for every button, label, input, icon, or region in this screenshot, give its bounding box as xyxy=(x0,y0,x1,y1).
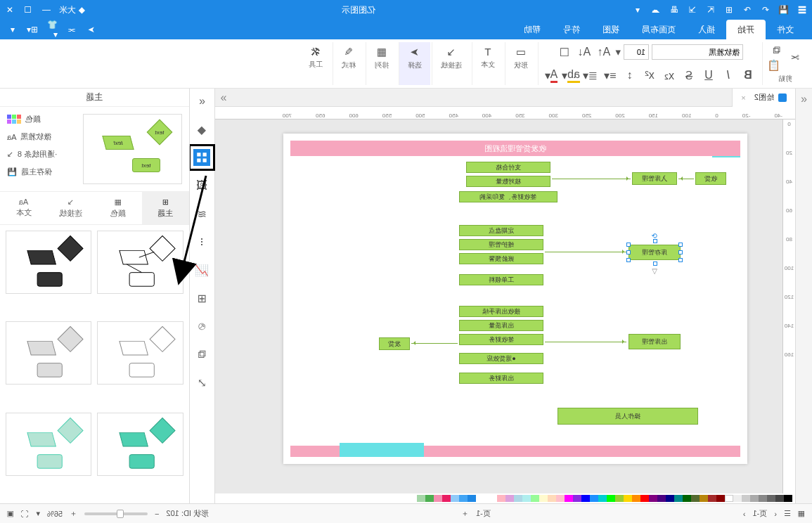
strike-icon[interactable]: S̶ xyxy=(681,67,697,84)
zoom-in-icon[interactable]: ＋ xyxy=(70,508,77,519)
menu-layout[interactable]: 页面布局 xyxy=(631,20,687,40)
spacing-icon[interactable]: ↕ xyxy=(621,67,638,84)
theme-tab-theme[interactable]: ⊞主题 xyxy=(142,192,189,224)
export2-icon[interactable]: ⇲ xyxy=(687,4,698,15)
node-check[interactable]: 核对数量 xyxy=(466,176,550,187)
page-tab[interactable]: 页-1 xyxy=(753,508,768,519)
theme-panel-icon[interactable] xyxy=(194,149,211,166)
theme-card[interactable] xyxy=(6,321,92,385)
maximize-icon[interactable]: ☐ xyxy=(22,4,34,15)
menu-symbol[interactable]: 符号 xyxy=(552,20,591,40)
line-button[interactable]: ↘连接线 xyxy=(437,44,466,72)
menu-file[interactable]: 文件 xyxy=(766,20,805,40)
collapse-icon[interactable]: « xyxy=(194,93,211,110)
menu-start[interactable]: 开始 xyxy=(726,20,766,40)
left-collapse-handle[interactable]: « xyxy=(795,89,812,503)
node-receive[interactable]: 收货 xyxy=(695,172,726,185)
chevron-down-icon[interactable]: ▾ xyxy=(632,4,643,15)
export-icon[interactable]: ⇱ xyxy=(705,4,716,15)
page-add-icon[interactable]: ＋ xyxy=(461,508,469,519)
theme-save-row[interactable]: 保存主题 💾 xyxy=(7,167,77,177)
shape-button[interactable]: ▭形状 xyxy=(510,44,532,72)
calc-icon[interactable]: ⊞ xyxy=(194,290,211,306)
view-grid-icon[interactable]: ▦ xyxy=(798,509,805,518)
font-size-select[interactable] xyxy=(624,44,649,60)
theme-tab-color[interactable]: ▦颜色 xyxy=(95,192,142,224)
node-pay[interactable]: 支付合格 xyxy=(466,162,550,173)
list-icon[interactable]: ≡▾ xyxy=(602,67,619,84)
theme-color-row[interactable]: 颜色 xyxy=(7,114,77,124)
tool-button[interactable]: 🛠工具 xyxy=(304,44,327,72)
align-icon[interactable]: ≣▾ xyxy=(582,67,599,84)
node-count[interactable]: 定期盘点 xyxy=(459,225,543,236)
sup-icon[interactable]: x² xyxy=(641,67,658,84)
expand-icon[interactable]: ⤢ xyxy=(194,374,211,391)
undo-icon[interactable]: ↶ xyxy=(760,4,771,15)
theme-tab-conn[interactable]: ↘连接线 xyxy=(47,192,94,224)
rotate-handle-icon[interactable]: ⟳ xyxy=(652,232,657,240)
chart-icon[interactable]: 📈 xyxy=(194,262,211,278)
underline-icon[interactable]: U xyxy=(700,67,717,84)
grid-small-icon[interactable]: ⊞▾ xyxy=(27,24,38,35)
fit-icon[interactable]: ⛶ xyxy=(21,510,29,518)
theme-card[interactable] xyxy=(98,413,184,476)
connect-icon[interactable]: ⫘ xyxy=(66,24,77,35)
layers-icon[interactable]: ≋ xyxy=(194,205,211,222)
user-badge[interactable]: ◆大米 xyxy=(59,4,85,16)
node-selected[interactable]: 库存管理 xyxy=(629,245,681,260)
node-operator[interactable]: 操作人员 xyxy=(558,408,698,425)
cloud-icon[interactable]: ☁ xyxy=(650,4,662,15)
layout-icon[interactable]: ⧉ xyxy=(194,346,211,363)
save-icon[interactable]: 💾 xyxy=(778,4,790,15)
arrange-button[interactable]: ▦排列 xyxy=(370,44,393,72)
cut-button[interactable]: ✂ xyxy=(786,49,804,66)
font-box-icon[interactable]: ☐ xyxy=(556,44,573,60)
select-button[interactable]: ➤选择 xyxy=(404,44,426,72)
theme-card[interactable] xyxy=(6,413,92,476)
shirt-icon[interactable]: 👕▾ xyxy=(46,24,58,35)
theme-conn-row[interactable]: ·通用线条 8 ↘ xyxy=(7,149,77,160)
color-swatch-bar[interactable] xyxy=(215,493,795,503)
node-ship[interactable]: 发货 xyxy=(379,337,410,350)
pointer-icon[interactable]: ➤ xyxy=(86,24,97,35)
bold-icon[interactable]: B xyxy=(740,67,756,84)
more1-icon[interactable]: ⫶ xyxy=(194,233,211,250)
highlight-icon[interactable]: ab▾ xyxy=(562,67,579,84)
node-outmgmt[interactable]: 出库管理 xyxy=(629,334,681,349)
node-out2[interactable]: 出库质量 xyxy=(459,320,543,331)
font-name-select[interactable] xyxy=(652,44,743,60)
style-button[interactable]: ✎样式 xyxy=(337,44,360,72)
anchor2-icon[interactable]: ⎋ xyxy=(194,318,211,335)
node-maint[interactable]: 维护管理 xyxy=(459,239,543,250)
node-out1[interactable]: 接收出库手续 xyxy=(459,306,543,317)
menu-help[interactable]: 帮助 xyxy=(513,20,552,40)
view-outline-icon[interactable]: ☰ xyxy=(784,509,791,518)
theme-card[interactable] xyxy=(98,321,184,385)
copy-icon[interactable]: ⧉ xyxy=(767,44,780,56)
text-button[interactable]: T文本 xyxy=(477,44,499,72)
font-grow-icon[interactable]: A↑ xyxy=(595,44,612,60)
italic-icon[interactable]: I xyxy=(720,67,737,84)
redo-icon[interactable]: ↷ xyxy=(742,4,753,15)
theme-tab-text[interactable]: Aa文本 xyxy=(0,192,47,224)
image-icon[interactable]: 🖼 xyxy=(194,177,211,194)
node-age[interactable]: 账龄预警 xyxy=(459,253,543,264)
node-out5[interactable]: 出库财务 xyxy=(459,373,543,384)
node-out4[interactable]: ●退货效应 xyxy=(459,353,543,364)
collapse-right-icon[interactable]: » xyxy=(215,91,232,104)
sub-icon[interactable]: x₂ xyxy=(661,67,678,84)
fontcolor-icon[interactable]: A▾ xyxy=(543,67,560,84)
zoom-slider[interactable] xyxy=(84,512,148,515)
page-current[interactable]: 页-1 xyxy=(476,508,491,519)
paste-icon[interactable]: 📋 xyxy=(767,59,780,72)
font-shrink-icon[interactable]: A↓ xyxy=(576,44,593,60)
anchor-icon[interactable]: ▽ xyxy=(652,267,657,275)
zoom-out-icon[interactable]: − xyxy=(155,510,159,518)
node-out3[interactable]: 签收财务 xyxy=(459,334,543,345)
tab-close-icon[interactable]: × xyxy=(741,93,745,102)
node-sign1[interactable]: 签收财务、复印采购 xyxy=(459,191,558,202)
page-prev[interactable]: ‹ xyxy=(774,510,777,518)
node-order[interactable]: 工单领料 xyxy=(459,274,543,285)
print-icon[interactable]: 🖶 xyxy=(669,4,680,15)
minimize-icon[interactable]: — xyxy=(41,4,52,15)
